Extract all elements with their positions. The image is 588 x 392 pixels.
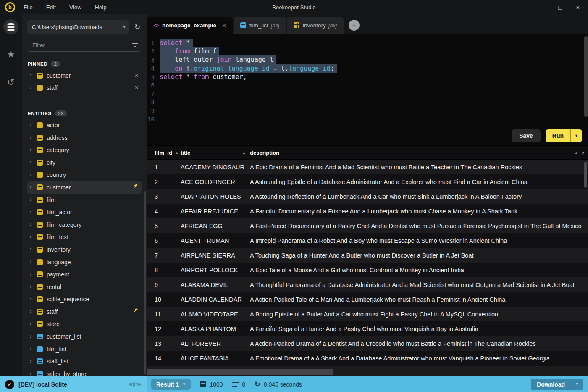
table-row[interactable]: 4 AFFAIR PREJUDICE A Fanciful Documentar…: [147, 204, 588, 218]
unpin-close-icon[interactable]: [135, 84, 139, 92]
download-button[interactable]: Download ▼: [531, 379, 583, 390]
chevron-right-icon[interactable]: [29, 296, 33, 303]
code-line[interactable]: 9: [147, 107, 588, 115]
run-button[interactable]: Run: [546, 129, 570, 142]
chevron-right-icon[interactable]: [29, 284, 33, 290]
entity-row[interactable]: category: [27, 144, 142, 156]
entity-row[interactable]: address: [27, 132, 142, 144]
chevron-right-icon[interactable]: [29, 159, 33, 166]
table-row[interactable]: 2 ACE GOLDFINGER A Astounding Epistle of…: [147, 174, 588, 189]
code-line[interactable]: 10: [147, 115, 588, 124]
save-button[interactable]: Save: [512, 129, 541, 142]
chevron-right-icon[interactable]: [29, 172, 33, 178]
menu-item[interactable]: Help: [95, 4, 107, 11]
chevron-right-icon[interactable]: [29, 184, 33, 190]
code-line[interactable]: 1 select *: [147, 39, 588, 47]
chevron-right-icon[interactable]: [29, 197, 33, 203]
code-line[interactable]: 6: [147, 81, 588, 89]
entity-row[interactable]: customer_list: [27, 330, 142, 343]
table-row[interactable]: 13 ALI FOREVER A Action-Packed Drama of …: [147, 336, 588, 351]
column-header-partial[interactable]: r: [582, 150, 588, 156]
chevron-right-icon[interactable]: [29, 221, 33, 228]
menu-item[interactable]: Edit: [46, 4, 56, 11]
pinned-item[interactable]: staff: [27, 82, 142, 95]
new-tab-button[interactable]: +: [349, 20, 360, 31]
editor-scrollbar[interactable]: [584, 36, 588, 117]
chevron-right-icon[interactable]: [29, 147, 33, 153]
entity-row[interactable]: payment: [27, 268, 142, 281]
pin-icon[interactable]: [130, 182, 140, 192]
connection-selector[interactable]: C:\Users\ghstng\Downloads ▼: [27, 20, 129, 34]
table-row[interactable]: 3 ADAPTATION HOLES A Astounding Reflecti…: [147, 189, 588, 204]
chevron-right-icon[interactable]: [29, 209, 33, 216]
entity-row[interactable]: rental: [27, 281, 142, 293]
code-line[interactable]: 8: [147, 98, 588, 106]
code-line[interactable]: 4 on f.original_language_id = l.language…: [147, 64, 588, 73]
close-tab-icon[interactable]: [222, 22, 226, 29]
chevron-right-icon[interactable]: [29, 358, 33, 365]
entity-row[interactable]: city: [27, 156, 142, 169]
table-row[interactable]: 8 AIRPORT POLLOCK A Epic Tale of a Moose…: [147, 263, 588, 277]
chevron-right-icon[interactable]: [29, 308, 33, 315]
close-window-icon[interactable]: ×: [575, 4, 581, 11]
chevron-right-icon[interactable]: [29, 246, 33, 253]
chevron-right-icon[interactable]: [29, 334, 33, 340]
entity-row[interactable]: customer: [27, 181, 142, 194]
table-row[interactable]: 10 ALADDIN CALENDAR A Action-Packed Tale…: [147, 292, 588, 307]
scrollbar-thumb[interactable]: [147, 369, 333, 375]
code-line[interactable]: 2 from film f: [147, 47, 588, 55]
chevron-right-icon[interactable]: [29, 259, 33, 265]
entity-row[interactable]: staff: [27, 305, 142, 318]
chevron-right-icon[interactable]: [29, 234, 33, 240]
chevron-right-icon[interactable]: [29, 346, 33, 352]
result-selector-button[interactable]: Result 1 ▼: [151, 379, 191, 390]
favorites-button[interactable]: ★: [3, 47, 18, 62]
sort-asc-icon[interactable]: ▲: [242, 151, 246, 155]
pinned-item[interactable]: customer: [27, 69, 142, 82]
table-row[interactable]: 12 ALASKA PHANTOM A Fanciful Saga of a H…: [147, 321, 588, 336]
unpin-close-icon[interactable]: [135, 72, 139, 79]
pin-icon[interactable]: [130, 307, 140, 317]
history-button[interactable]: ↺: [3, 75, 18, 90]
chevron-right-icon[interactable]: [29, 371, 33, 376]
chevron-right-icon[interactable]: [29, 122, 33, 128]
entity-row[interactable]: film_text: [27, 231, 142, 244]
entity-row[interactable]: actor: [27, 119, 142, 132]
download-options-caret-icon[interactable]: ▼: [571, 379, 583, 390]
entity-row[interactable]: film: [27, 194, 142, 206]
table-row[interactable]: 7 AIRPLANE SIERRA A Touching Saga of a H…: [147, 248, 588, 263]
entity-row[interactable]: store: [27, 318, 142, 331]
code-line[interactable]: 5 select * from customer;: [147, 73, 588, 81]
filter-input[interactable]: [27, 39, 142, 52]
sql-editor[interactable]: 1 select * 2 from film f 3 left outer jo…: [147, 34, 588, 145]
column-header-title[interactable]: title ▲: [181, 150, 250, 156]
entity-row[interactable]: language: [27, 256, 142, 268]
results-vertical-scrollbar[interactable]: [584, 162, 587, 188]
chevron-right-icon[interactable]: [29, 72, 33, 79]
maximize-icon[interactable]: □: [557, 4, 564, 11]
entity-row[interactable]: sales_by_store: [27, 368, 142, 376]
menu-item[interactable]: File: [24, 4, 33, 11]
menu-item[interactable]: View: [69, 4, 81, 11]
table-row[interactable]: 6 AGENT TRUMAN A Intrepid Panorama of a …: [147, 233, 588, 248]
table-row[interactable]: 14 ALICE FANTASIA A Emotional Drama of a…: [147, 351, 588, 366]
entity-row[interactable]: country: [27, 169, 142, 182]
chevron-right-icon[interactable]: [29, 85, 33, 91]
chevron-right-icon[interactable]: [29, 271, 33, 278]
results-horizontal-scrollbar[interactable]: [147, 369, 588, 375]
code-line[interactable]: 7: [147, 89, 588, 98]
refresh-icon[interactable]: ↻: [133, 23, 142, 32]
entity-row[interactable]: staff_list: [27, 355, 142, 368]
sidebar-scrollbar[interactable]: [144, 191, 146, 374]
editor-tab[interactable]: homepage_example: [147, 17, 233, 34]
entity-row[interactable]: inventory: [27, 243, 142, 256]
run-options-caret-icon[interactable]: ▼: [570, 129, 582, 142]
table-row[interactable]: 1 ACADEMY DINOSAUR A Epic Drama of a Fem…: [147, 160, 588, 174]
editor-tab[interactable]: inventory [all]: [287, 17, 344, 34]
table-row[interactable]: 9 ALABAMA DEVIL A Thoughtful Panorama of…: [147, 277, 588, 292]
entity-row[interactable]: film_list: [27, 343, 142, 355]
chevron-right-icon[interactable]: [29, 134, 33, 141]
column-header-film-id[interactable]: film_id ▲: [147, 150, 181, 156]
sort-asc-icon[interactable]: ▲: [575, 151, 578, 155]
minimize-icon[interactable]: –: [539, 4, 546, 11]
